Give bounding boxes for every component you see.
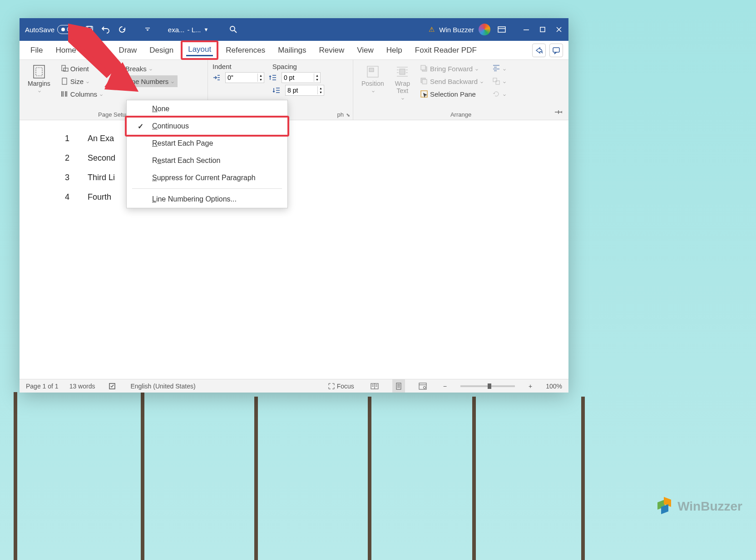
user-account[interactable]: ⚠ Win Buzzer — [429, 24, 490, 35]
spelling-icon[interactable] — [106, 379, 119, 393]
dd-suppress[interactable]: Suppress for Current Paragraph — [127, 169, 287, 187]
user-name: Win Buzzer — [439, 26, 474, 34]
dd-none[interactable]: None — [127, 100, 287, 118]
titlebar: AutoSave Off exa... - L... ▼ ⚠ Win Buzze… — [20, 18, 568, 41]
svg-rect-8 — [540, 27, 545, 32]
svg-rect-23 — [421, 65, 425, 70]
arrange-group: Position ⌵ Wrap Text ⌵ Bring Forward⌵ Se — [353, 60, 568, 120]
word-count[interactable]: 13 words — [69, 383, 95, 390]
autosave-state[interactable]: Off — [57, 25, 78, 34]
web-layout-icon[interactable] — [416, 379, 430, 393]
minimize-button[interactable] — [522, 25, 530, 34]
dd-restart-page[interactable]: Restart Each Page — [127, 135, 287, 152]
svg-rect-9 — [553, 48, 559, 52]
zoom-level[interactable]: 100% — [546, 383, 562, 390]
chevron-down-icon[interactable]: ▼ — [204, 27, 209, 32]
tab-home[interactable]: Home — [50, 42, 81, 59]
tab-review[interactable]: Review — [314, 42, 350, 59]
watermark: WinBuzzer — [657, 498, 742, 515]
rotate-button: ⌵ — [489, 88, 509, 100]
document-title: exa... - L... ▼ — [168, 26, 209, 34]
focus-mode-button[interactable]: Focus — [325, 379, 357, 393]
svg-rect-11 — [36, 68, 42, 76]
svg-rect-28 — [496, 81, 499, 84]
paragraph-launcher[interactable]: ⬊ — [346, 112, 350, 118]
line-text[interactable]: Fourth — [88, 192, 111, 202]
undo-icon[interactable] — [101, 25, 111, 34]
line-number: 3 — [60, 173, 69, 182]
tab-file[interactable]: File — [25, 42, 48, 59]
line-number: 2 — [60, 153, 69, 163]
tab-references[interactable]: References — [220, 42, 271, 59]
dd-restart-section[interactable]: Restart Each Section — [127, 152, 287, 169]
position-button: Position ⌵ — [358, 63, 388, 95]
statusbar: Page 1 of 1 13 words English (United Sta… — [20, 379, 568, 393]
tab-mailings[interactable]: Mailings — [272, 42, 311, 59]
close-button[interactable] — [555, 25, 563, 34]
zoom-slider[interactable] — [460, 385, 515, 387]
chevron-down-icon: ⌵ — [38, 88, 41, 93]
tab-draw[interactable]: Draw — [114, 42, 143, 59]
orientation-button[interactable]: Orient — [58, 63, 105, 74]
page-indicator[interactable]: Page 1 of 1 — [26, 383, 59, 390]
comments-button[interactable] — [549, 44, 563, 57]
svg-rect-1 — [88, 26, 91, 29]
line-text[interactable]: Third Li — [88, 173, 115, 182]
breaks-button[interactable]: Breaks⌵ — [113, 63, 178, 74]
autosave-toggle[interactable]: AutoSave Off — [25, 25, 78, 34]
selection-pane-button[interactable]: Selection Pane — [417, 88, 486, 100]
document-canvas[interactable]: 1An Exa2Second3Third Li4Fourth — [20, 120, 568, 379]
tab-help[interactable]: Help — [381, 42, 408, 59]
spacing-after-input[interactable]: ▲▼ — [285, 85, 324, 96]
svg-rect-0 — [86, 26, 93, 33]
ribbon-tabs: File Home ert Draw Design Layout Referen… — [20, 41, 568, 60]
avatar[interactable] — [479, 24, 490, 35]
arrange-label: Arrange — [353, 111, 568, 118]
line-text[interactable]: Second — [88, 153, 115, 163]
tab-layout[interactable]: Layout — [186, 44, 213, 56]
redo-icon[interactable] — [117, 25, 127, 34]
dd-continuous[interactable]: Continuous — [125, 116, 289, 137]
svg-rect-15 — [116, 65, 123, 68]
svg-rect-27 — [493, 78, 497, 82]
autosave-label: AutoSave — [25, 26, 54, 34]
share-button[interactable] — [532, 44, 546, 57]
line-number: 4 — [60, 192, 69, 202]
tab-view[interactable]: View — [351, 42, 379, 59]
svg-rect-7 — [524, 29, 529, 30]
svg-rect-21 — [400, 69, 405, 74]
qat-dropdown-icon[interactable] — [143, 25, 153, 34]
tab-foxit[interactable]: Foxit Reader PDF — [410, 42, 482, 59]
align-button: ⌵ — [489, 63, 509, 74]
tab-design[interactable]: Design — [144, 42, 179, 59]
columns-button[interactable]: Columns⌵ — [58, 88, 105, 100]
zoom-out-button[interactable]: − — [440, 379, 450, 393]
print-layout-icon[interactable] — [392, 379, 405, 393]
line-numbers-button[interactable]: 12 Line Numbers⌵ — [113, 75, 178, 87]
language-indicator[interactable]: English (United States) — [130, 383, 195, 390]
pin-ribbon-icon[interactable] — [554, 109, 563, 117]
svg-rect-16 — [116, 69, 123, 72]
zoom-in-button[interactable]: + — [526, 379, 535, 393]
winbuzzer-logo-icon — [657, 498, 674, 515]
group-button: ⌵ — [489, 75, 509, 87]
svg-rect-14 — [62, 78, 67, 84]
ribbon-display-icon[interactable] — [497, 25, 507, 34]
indent-left-input[interactable]: ▲▼ — [225, 72, 264, 83]
tab-insert[interactable]: ert — [84, 42, 112, 59]
save-icon[interactable] — [84, 25, 94, 34]
maximize-button[interactable] — [539, 25, 547, 34]
ribbon: Margins ⌵ Orient Size⌵ Columns⌵ — [20, 60, 568, 120]
svg-text:2: 2 — [117, 81, 119, 84]
line-text[interactable]: An Exa — [88, 134, 114, 143]
dd-options[interactable]: Line Numbering Options... — [127, 191, 287, 208]
read-mode-icon[interactable] — [368, 379, 381, 393]
line-numbers-dropdown: None Continuous Restart Each Page Restar… — [126, 100, 288, 208]
svg-rect-2 — [88, 30, 91, 33]
margins-button[interactable]: Margins ⌵ — [24, 63, 54, 95]
spacing-before-input[interactable]: ▲▼ — [282, 72, 321, 83]
svg-rect-25 — [422, 79, 427, 84]
svg-point-33 — [423, 386, 425, 388]
size-button[interactable]: Size⌵ — [58, 75, 105, 87]
search-icon[interactable] — [228, 25, 238, 34]
